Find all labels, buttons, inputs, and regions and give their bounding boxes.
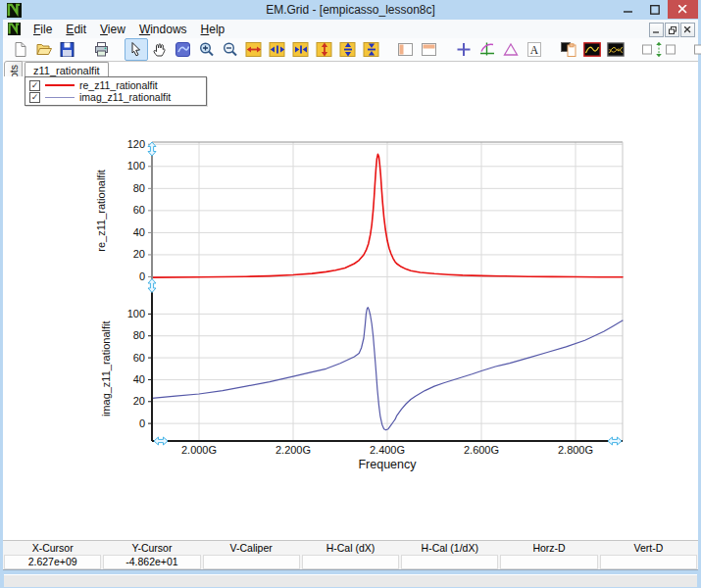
status-value-vert-d	[600, 555, 697, 569]
maximize-button[interactable]	[641, 0, 668, 19]
plot-client-area: 020406080100120re_z11_rationalfit0204060…	[3, 76, 698, 540]
legend-label: imag_z11_rationalfit	[79, 91, 171, 103]
open-button[interactable]	[32, 38, 56, 61]
title-bar: EM.Grid - [empicasso_lesson8c]	[0, 0, 701, 20]
mdi-close-button[interactable]	[680, 23, 695, 37]
save-button[interactable]	[56, 38, 79, 61]
legend-checkbox[interactable]: ✓	[29, 92, 40, 103]
svg-text:20: 20	[133, 248, 145, 260]
zoom-out-button[interactable]	[219, 38, 242, 61]
status-header-h-cal-dx-: H-Cal (dX)	[301, 541, 400, 555]
menu-help[interactable]: Help	[194, 21, 232, 38]
toolbar: ALayout▾	[3, 38, 698, 62]
svg-text:20: 20	[133, 395, 145, 407]
svg-text:2.000G: 2.000G	[181, 444, 217, 456]
legend-entry-imag_z11_rationalfit: ✓imag_z11_rationalfit	[29, 91, 202, 103]
print-button[interactable]	[90, 38, 114, 61]
app-logo-icon-small	[8, 23, 21, 35]
app-window: EM.Grid - [empicasso_lesson8c] FileEditV…	[0, 0, 701, 588]
svg-text:80: 80	[133, 329, 145, 341]
legend-line-sample	[45, 84, 75, 86]
status-value-h-cal-1-dx-	[401, 555, 498, 569]
status-header-x-cursor: X-Cursor	[3, 541, 102, 555]
legend-label: re_z11_rationalfit	[79, 79, 158, 91]
x-axis-label: Frequency	[358, 458, 417, 471]
svg-text:0: 0	[139, 417, 145, 429]
plot-style-red-button[interactable]	[580, 38, 604, 61]
compress-y-button[interactable]	[360, 38, 383, 61]
top-panel-button[interactable]	[418, 38, 441, 61]
svg-text:120: 120	[127, 138, 145, 150]
menu-file[interactable]: File	[26, 21, 59, 38]
compress-x-button[interactable]	[289, 38, 313, 61]
svg-text:2.800G: 2.800G	[558, 444, 593, 456]
select-tool-button[interactable]	[125, 38, 148, 61]
y-axis-label-1: imag_z11_rationalfit	[100, 320, 112, 416]
expand-y-button[interactable]	[313, 38, 336, 61]
svg-text:40: 40	[133, 373, 145, 385]
add-text-button[interactable]: A	[523, 38, 546, 61]
zoom-in-button[interactable]	[195, 38, 219, 61]
legend-line-sample	[45, 97, 75, 98]
status-header-y-cursor: Y-Cursor	[102, 541, 201, 555]
pan-tool-button[interactable]	[148, 38, 172, 61]
document-tab-strip: z11_rationalfit	[3, 61, 698, 77]
shrink-x-button[interactable]	[266, 38, 289, 61]
y-axis-label-0: re_z11_rationalfit	[95, 170, 107, 252]
svg-text:2.600G: 2.600G	[464, 444, 499, 456]
plot-legend[interactable]: ✓re_z11_rationalfit✓imag_z11_rationalfit	[25, 76, 207, 106]
svg-text:40: 40	[133, 226, 145, 238]
menu-edit[interactable]: Edit	[59, 21, 93, 38]
plot-style-yellow-button[interactable]	[604, 38, 627, 61]
y-axis-drag-handle[interactable]	[148, 279, 156, 293]
svg-text:60: 60	[133, 352, 145, 364]
menu-windows[interactable]: Windows	[132, 21, 194, 38]
menu-view[interactable]: View	[93, 21, 132, 38]
status-header-vert-d: Vert-D	[599, 541, 698, 555]
status-value-horz-d	[500, 555, 597, 569]
svg-text:0: 0	[139, 270, 145, 282]
new-document-button[interactable]	[9, 38, 32, 61]
minimize-button[interactable]	[615, 0, 641, 19]
mdi-minimize-button[interactable]	[649, 23, 664, 37]
close-button[interactable]	[668, 0, 698, 19]
status-value-x-cursor: 2.627e+09	[4, 555, 101, 569]
svg-text:100: 100	[127, 308, 145, 319]
add-axes-button[interactable]	[476, 38, 499, 61]
status-value-h-cal-dx-	[302, 555, 399, 569]
svg-text:100: 100	[127, 160, 145, 172]
status-header-horz-d: Horz-D	[499, 541, 598, 555]
svg-text:2.200G: 2.200G	[275, 444, 311, 456]
svg-text:80: 80	[133, 182, 145, 194]
status-header-v-caliper: V-Caliper	[202, 541, 301, 555]
svg-text:60: 60	[133, 204, 145, 216]
copy-plot-button[interactable]	[557, 38, 580, 61]
window-title: EM.Grid - [empicasso_lesson8c]	[0, 3, 701, 17]
expand-x-button[interactable]	[242, 38, 266, 61]
shrink-y-button[interactable]	[336, 38, 360, 61]
status-value-y-cursor: -4.862e+01	[103, 555, 200, 569]
mdi-restore-button[interactable]	[665, 23, 679, 37]
legend-entry-re_z11_rationalfit: ✓re_z11_rationalfit	[29, 79, 202, 91]
add-marker-button[interactable]	[452, 38, 476, 61]
svg-text:A: A	[530, 44, 539, 56]
fit-view-button[interactable]	[172, 38, 195, 61]
add-triangle-button[interactable]	[499, 38, 523, 61]
x-axis-drag-handle[interactable]	[154, 437, 168, 445]
align-horizontal-button[interactable]	[690, 38, 701, 61]
status-value-v-caliper	[203, 555, 300, 569]
menu-bar: FileEditViewWindowsHelp	[3, 20, 698, 39]
status-bar: X-CursorY-CursorV-CaliperH-Cal (dX)H-Cal…	[3, 540, 698, 570]
legend-checkbox[interactable]: ✓	[29, 80, 40, 91]
plot-canvas[interactable]: 020406080100120re_z11_rationalfit0204060…	[3, 76, 698, 540]
left-panel-button[interactable]	[394, 38, 418, 61]
svg-text:2.400G: 2.400G	[370, 444, 405, 456]
x-axis-drag-handle[interactable]	[608, 437, 622, 445]
window-bottom-border	[3, 569, 698, 588]
tab-z11-rationalfit[interactable]: z11_rationalfit	[25, 62, 109, 77]
align-vertical-button[interactable]	[638, 38, 679, 61]
status-header-h-cal-1-dx-: H-Cal (1/dX)	[400, 541, 499, 555]
